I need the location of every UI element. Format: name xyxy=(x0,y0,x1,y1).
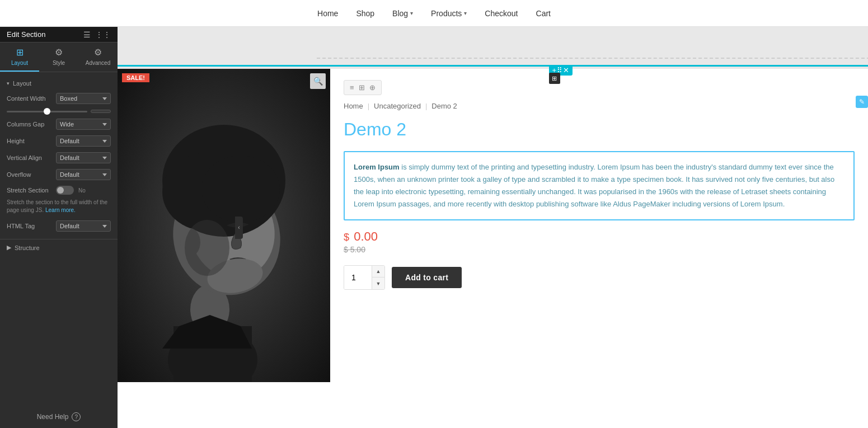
sidebar-collapse-handle[interactable]: ‹ xyxy=(235,217,243,239)
nav-blog[interactable]: Blog ▾ xyxy=(392,9,413,18)
svg-point-11 xyxy=(185,220,229,276)
learn-more-link[interactable]: Learn more. xyxy=(45,207,76,213)
product-description-text: is simply dummy text of the printing and… xyxy=(354,163,834,208)
overflow-select[interactable]: Default Hidden xyxy=(56,169,111,180)
product-image xyxy=(118,69,330,382)
product-page: SALE! 🔍 xyxy=(118,69,868,428)
columns-gap-control: Wide Default Narrow Wider xyxy=(56,119,111,130)
style-tab-icon: ⚙ xyxy=(55,47,63,58)
breadcrumb: Home | Uncategorized | Demo 2 xyxy=(344,102,855,110)
add-to-cart-row: ▲ ▼ Add to cart xyxy=(344,265,855,290)
overflow-label: Overflow xyxy=(7,171,51,178)
layout-collapse-arrow: ▾ xyxy=(7,81,10,86)
section-close-icon[interactable]: ✕ xyxy=(563,66,569,74)
quantity-arrows: ▲ ▼ xyxy=(372,266,384,289)
nav-products[interactable]: Products ▾ xyxy=(431,9,467,18)
content-width-label: Content Width xyxy=(7,95,51,102)
breadcrumb-current: Demo 2 xyxy=(431,102,457,110)
height-row: Height Default Fit to Screen Min Height xyxy=(0,133,118,149)
section-copy-icon-btn[interactable]: ⊞ xyxy=(549,73,560,84)
vertical-align-control: Default Top Middle Bottom xyxy=(56,152,111,163)
edit-text-icon[interactable]: ✎ xyxy=(856,96,868,108)
product-image-column: SALE! 🔍 xyxy=(118,69,330,382)
breadcrumb-sep-2: | xyxy=(425,102,427,110)
quantity-input[interactable] xyxy=(344,266,372,289)
tab-layout[interactable]: ⊞ Layout xyxy=(0,43,39,72)
quantity-down[interactable]: ▼ xyxy=(372,278,384,289)
main-layout: Edit Section ☰ ⋮⋮ ⊞ Layout ⚙ Style ⚙ Adv… xyxy=(0,27,868,428)
product-description-box[interactable]: Lorem Ipsum is simply dummy text of the … xyxy=(344,151,855,220)
tab-advanced-label: Advanced xyxy=(86,60,110,66)
structure-section-header[interactable]: ▶ Structure xyxy=(0,239,118,256)
stretch-toggle-text: No xyxy=(78,187,86,194)
top-navigation: Home Shop Blog ▾ Products ▾ Checkout Car… xyxy=(0,0,868,27)
vertical-align-label: Vertical Align xyxy=(7,154,51,161)
breadcrumb-uncategorized[interactable]: Uncategorized xyxy=(374,102,421,110)
product-section: SALE! 🔍 xyxy=(118,69,868,382)
product-title: Demo 2 xyxy=(344,119,855,140)
height-select[interactable]: Default Fit to Screen Min Height xyxy=(56,135,111,147)
tab-layout-label: Layout xyxy=(11,60,28,66)
tab-style[interactable]: ⚙ Style xyxy=(39,43,78,72)
overflow-control: Default Hidden xyxy=(56,169,111,180)
columns-gap-label: Columns Gap xyxy=(7,121,51,128)
blog-dropdown-arrow: ▾ xyxy=(410,10,413,16)
breadcrumb-home[interactable]: Home xyxy=(344,102,363,110)
html-tag-label: HTML Tag xyxy=(7,223,51,229)
tab-style-label: Style xyxy=(53,60,65,66)
grid-icon[interactable]: ⋮⋮ xyxy=(95,30,111,39)
layout-section-header[interactable]: ▾ Layout xyxy=(0,77,118,90)
width-slider[interactable] xyxy=(7,111,87,112)
nav-checkout[interactable]: Checkout xyxy=(485,9,518,18)
overflow-row: Overflow Default Hidden xyxy=(0,166,118,183)
sidebar-tabs: ⊞ Layout ⚙ Style ⚙ Advanced xyxy=(0,43,118,72)
align-center-icon[interactable]: ⊞ xyxy=(359,83,365,92)
height-control: Default Fit to Screen Min Height xyxy=(56,135,111,147)
html-tag-select[interactable]: Default div header footer xyxy=(56,220,111,232)
product-image-wrapper: SALE! 🔍 xyxy=(118,69,330,382)
portrait-svg xyxy=(118,69,330,382)
nav-cart[interactable]: Cart xyxy=(536,9,551,18)
need-help-button[interactable]: Need Help ? xyxy=(37,412,81,421)
dashed-top-border xyxy=(317,58,868,59)
layout-tab-icon: ⊞ xyxy=(16,47,24,58)
nav-home[interactable]: Home xyxy=(317,9,338,18)
original-price: $ 5.00 xyxy=(344,245,855,254)
price-section: $ 0.00 $ 5.00 xyxy=(344,229,855,254)
sidebar: Edit Section ☰ ⋮⋮ ⊞ Layout ⚙ Style ⚙ Adv… xyxy=(0,27,118,428)
content-width-control: Boxed Full Width xyxy=(56,93,111,104)
content-width-row: Content Width Boxed Full Width xyxy=(0,90,118,107)
stretch-description: Stretch the section to the full width of… xyxy=(0,197,118,218)
sidebar-footer: Need Help ? xyxy=(0,406,118,428)
products-dropdown-arrow: ▾ xyxy=(464,10,467,16)
columns-gap-row: Columns Gap Wide Default Narrow Wider xyxy=(0,116,118,133)
layout-section-title: Layout xyxy=(13,80,31,87)
image-zoom-icon[interactable]: 🔍 xyxy=(310,73,326,89)
stretch-section-label: Stretch Section xyxy=(7,187,51,194)
stretch-toggle[interactable] xyxy=(56,186,74,195)
lorem-ipsum-bold: Lorem Ipsum xyxy=(354,163,400,171)
tab-advanced[interactable]: ⚙ Advanced xyxy=(78,43,118,72)
structure-label: Structure xyxy=(15,244,40,251)
height-label: Height xyxy=(7,138,51,144)
html-tag-control: Default div header footer xyxy=(56,220,111,232)
content-area: + ⠿ ✕ ⊞ SALE! 🔍 xyxy=(118,27,868,428)
hamburger-icon[interactable]: ☰ xyxy=(83,30,91,39)
current-price: $ 0.00 xyxy=(344,229,855,244)
nav-shop[interactable]: Shop xyxy=(356,9,374,18)
add-to-cart-button[interactable]: Add to cart xyxy=(392,267,462,288)
section-highlight-bar xyxy=(118,65,868,67)
sidebar-title: Edit Section xyxy=(7,30,45,39)
html-tag-row: HTML Tag Default div header footer xyxy=(0,218,118,234)
sale-badge: SALE! xyxy=(122,73,149,82)
vertical-align-select[interactable]: Default Top Middle Bottom xyxy=(56,152,111,163)
quantity-up[interactable]: ▲ xyxy=(372,266,384,278)
content-width-select[interactable]: Boxed Full Width xyxy=(56,93,111,104)
price-currency: $ xyxy=(344,232,349,243)
align-left-icon[interactable]: ≡ xyxy=(350,83,354,92)
width-slider-row xyxy=(0,107,118,116)
duplicate-icon[interactable]: ⊕ xyxy=(369,83,376,92)
product-info-column: ≡ ⊞ ⊕ ✎ Home | Uncategorized | Demo 2 xyxy=(330,69,868,382)
vertical-align-row: Vertical Align Default Top Middle Bottom xyxy=(0,149,118,166)
columns-gap-select[interactable]: Wide Default Narrow Wider xyxy=(56,119,111,130)
